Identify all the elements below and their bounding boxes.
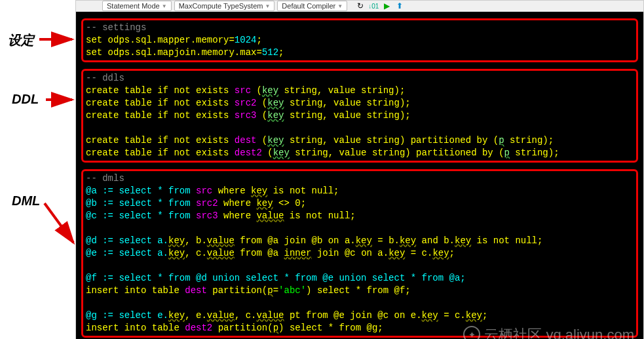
editor-panel: Statement Mode▼ MaxCompute TypeSystem▼ D…	[75, 0, 644, 339]
annotation-panel: 设定 DDL DML	[0, 0, 75, 339]
refresh-icon[interactable]: ↻	[355, 1, 366, 11]
caret-icon: ▼	[265, 3, 270, 9]
watermark-brand: 云栖社区	[484, 329, 542, 340]
svg-line-2	[45, 203, 73, 243]
label-settings: 设定	[8, 31, 34, 49]
watermark-url: yq.aliyun.com	[546, 329, 634, 340]
watermark-logo-icon: ✦	[463, 326, 480, 339]
compiler-dropdown[interactable]: Default Compiler▼	[277, 1, 347, 11]
annotation-arrows	[0, 0, 75, 339]
settings-block: -- settings set odps.sql.mapper.memory=1…	[81, 18, 638, 62]
dml-block: -- dmls @a := select * from src where ke…	[81, 169, 638, 338]
code-editor[interactable]: -- settings set odps.sql.mapper.memory=1…	[76, 12, 643, 339]
ddl-block: -- ddls create table if not exists src (…	[81, 69, 638, 163]
watermark: ✦ 云栖社区 yq.aliyun.com	[463, 326, 634, 339]
statement-mode-dropdown[interactable]: Statement Mode▼	[102, 1, 172, 11]
toolbar: Statement Mode▼ MaxCompute TypeSystem▼ D…	[76, 1, 643, 12]
label-ddl: DDL	[12, 92, 39, 107]
caret-icon: ▼	[162, 3, 167, 9]
type-system-dropdown[interactable]: MaxCompute TypeSystem▼	[174, 1, 275, 11]
caret-icon: ▼	[337, 3, 343, 9]
label-dml: DML	[12, 193, 40, 209]
upload-icon[interactable]: ⬆	[394, 1, 405, 11]
sort-icon[interactable]: ↓01	[368, 1, 379, 11]
run-icon[interactable]: ▶	[381, 1, 392, 11]
